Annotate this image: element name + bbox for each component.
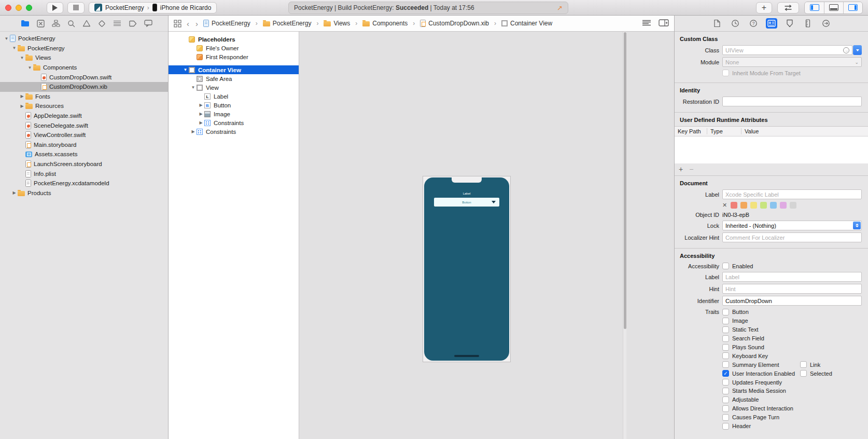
outline-row-files-owner[interactable]: File's Owner <box>169 44 299 52</box>
class-field[interactable]: UIView→ <box>722 45 852 55</box>
breakpoint-navigator-tab[interactable] <box>129 20 137 27</box>
file-row-assets[interactable]: Assets.xcassets <box>0 149 168 159</box>
color-swatch-orange[interactable] <box>740 202 747 209</box>
disclosure-closed-icon[interactable]: ▶ <box>11 190 18 195</box>
quick-help-inspector-tab[interactable]: ? <box>748 18 759 29</box>
trait-checkbox[interactable] <box>722 344 729 351</box>
trait-checkbox[interactable] <box>722 405 729 412</box>
toggle-navigator-button[interactable] <box>805 2 824 13</box>
trait-checkbox[interactable] <box>722 335 729 342</box>
jump-to-class-icon[interactable]: → <box>843 47 849 53</box>
disclosure-open-icon[interactable]: ▼ <box>11 46 18 50</box>
file-row-pocketenergy-folder[interactable]: ▼PocketEnergy <box>0 44 168 53</box>
debug-navigator-tab[interactable] <box>113 20 121 26</box>
trait-image[interactable]: Image <box>722 317 800 325</box>
trait-checkbox[interactable] <box>722 414 729 421</box>
disclosure-closed-icon[interactable]: ▶ <box>198 120 204 125</box>
minimize-window-button[interactable] <box>16 5 22 11</box>
document-label-field[interactable]: Xcode Specific Label <box>722 189 862 199</box>
trait-selected[interactable]: Selected <box>800 369 832 378</box>
related-items-icon[interactable] <box>174 20 181 28</box>
trait-checkbox[interactable] <box>722 309 729 315</box>
color-swatch-yellow[interactable] <box>750 202 757 209</box>
project-navigator-tab[interactable] <box>21 20 30 27</box>
breadcrumb-project[interactable]: PocketEnergy <box>203 20 250 27</box>
close-window-button[interactable] <box>5 5 11 11</box>
canvas-scrollbar[interactable] <box>623 32 626 439</box>
trait-header[interactable]: Header <box>722 422 800 431</box>
outline-row-constraints-inner[interactable]: ▶Constraints <box>169 118 299 127</box>
disclosure-closed-icon[interactable]: ▶ <box>198 112 204 116</box>
outline-row-container-view[interactable]: ▼Container View <box>169 65 299 74</box>
run-button[interactable] <box>47 2 63 13</box>
disclosure-open-icon[interactable]: ▼ <box>190 85 197 90</box>
trait-causes-page-turn[interactable]: Causes Page Turn <box>722 413 800 422</box>
trait-starts-media-session[interactable]: Starts Media Session <box>722 387 800 395</box>
interface-builder-canvas[interactable]: Label Button <box>299 32 674 439</box>
color-swatch-blue[interactable] <box>770 202 777 209</box>
accessibility-label-field[interactable]: Label <box>722 272 862 282</box>
trait-summary-element[interactable]: Summary Element <box>722 360 800 369</box>
file-inspector-tab[interactable] <box>711 18 723 29</box>
trait-link[interactable]: Link <box>800 360 832 369</box>
disclosure-closed-icon[interactable]: ▶ <box>19 94 25 99</box>
outline-row-first-responder[interactable]: First Responder <box>169 52 299 61</box>
editor-mode-button[interactable] <box>777 2 799 13</box>
trait-checkbox[interactable] <box>722 361 729 368</box>
trait-user-interaction-enabled[interactable]: ✓User Interaction Enabled <box>722 369 800 378</box>
accessibility-hint-field[interactable]: Hint <box>722 284 862 294</box>
file-row-scenedelegate[interactable]: SceneDelegate.swift <box>0 120 168 130</box>
lock-popup[interactable]: Inherited - (Nothing) <box>722 221 862 230</box>
file-row-viewcontroller[interactable]: ViewController.swift <box>0 130 168 140</box>
runtime-attributes-table[interactable]: Key Path Type Value <box>675 126 868 163</box>
outline-row-button[interactable]: ▶BButton <box>169 101 299 109</box>
find-navigator-tab[interactable] <box>67 20 75 28</box>
canvas-dropdown-button[interactable]: Button <box>434 198 499 207</box>
trait-keyboard-key[interactable]: Keyboard Key <box>722 351 800 360</box>
trait-checkbox[interactable] <box>800 370 807 377</box>
file-row-resources[interactable]: ▶Resources <box>0 101 168 111</box>
report-navigator-tab[interactable] <box>144 20 152 27</box>
trait-checkbox[interactable] <box>722 423 729 430</box>
trait-checkbox[interactable] <box>722 379 729 386</box>
restoration-id-field[interactable] <box>722 97 862 106</box>
disclosure-closed-icon[interactable]: ▶ <box>198 103 204 107</box>
identifier-field[interactable]: CustomDropDown <box>722 296 862 306</box>
trait-static-text[interactable]: Static Text <box>722 325 800 334</box>
trait-adjustable[interactable]: Adjustable <box>722 395 800 404</box>
file-row-main-storyboard[interactable]: Main.storyboard <box>0 140 168 150</box>
breadcrumb-container-view[interactable]: Container View <box>501 20 552 27</box>
disclosure-open-icon[interactable]: ▼ <box>182 67 189 72</box>
breadcrumb-xib[interactable]: CustomDropDown.xib <box>420 20 489 27</box>
file-row-customdropdown-swift[interactable]: CustomDropDown.swift <box>0 72 168 82</box>
trait-checkbox[interactable] <box>722 388 729 394</box>
size-inspector-tab[interactable] <box>802 18 814 29</box>
file-row-fonts[interactable]: ▶Fonts <box>0 92 168 102</box>
trait-checkbox[interactable] <box>722 396 729 403</box>
trait-allows-direct-interaction[interactable]: Allows Direct Interaction <box>722 404 800 413</box>
issue-navigator-tab[interactable] <box>82 20 91 27</box>
scheme-selector[interactable]: PocketEnergy › iPhone de Ricardo <box>89 2 217 13</box>
color-swatch-gray[interactable] <box>790 202 796 209</box>
breadcrumb-views[interactable]: Views <box>324 20 350 27</box>
disclosure-closed-icon[interactable]: ▶ <box>190 129 197 134</box>
stop-button[interactable] <box>67 2 85 13</box>
history-inspector-tab[interactable] <box>730 18 741 29</box>
toggle-inspector-button[interactable] <box>843 2 862 13</box>
disclosure-closed-icon[interactable]: ▶ <box>19 104 25 108</box>
trait-search-field[interactable]: Search Field <box>722 334 800 343</box>
back-button[interactable]: ‹ <box>186 19 190 28</box>
color-swatch-green[interactable] <box>760 202 767 209</box>
trait-plays-sound[interactable]: Plays Sound <box>722 343 800 352</box>
add-editor-icon[interactable] <box>659 19 669 28</box>
module-field[interactable]: None⌄ <box>722 57 862 67</box>
disclosure-open-icon[interactable]: ▼ <box>3 36 10 41</box>
breadcrumb-components[interactable]: Components <box>362 20 408 27</box>
outline-row-view[interactable]: ▼View <box>169 83 299 92</box>
remove-attribute-button[interactable]: − <box>689 165 693 173</box>
disclosure-open-icon[interactable]: ▼ <box>19 56 25 60</box>
canvas-label[interactable]: Label <box>424 192 509 195</box>
device-selection-frame[interactable]: Label Button <box>423 176 511 362</box>
activity-status-bar[interactable]: PocketEnergy | Build PocketEnergy: Succe… <box>288 2 568 14</box>
editor-options-icon[interactable] <box>642 20 651 28</box>
